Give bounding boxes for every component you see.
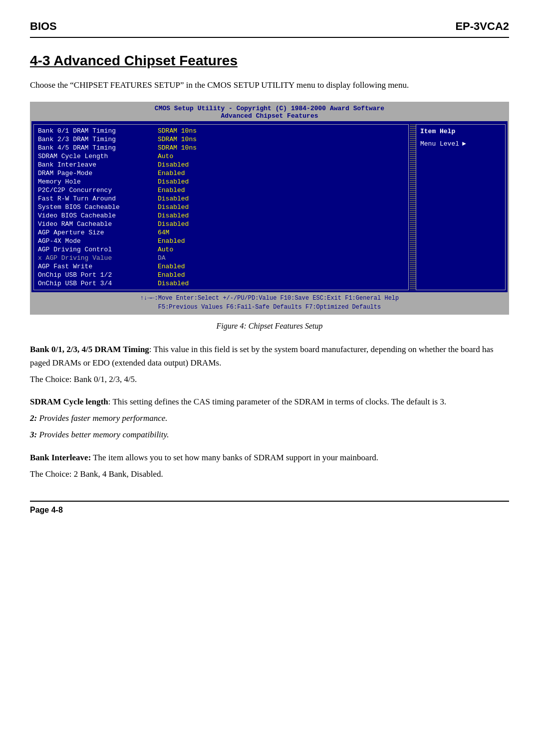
bios-row-value: SDRAM 10ns (158, 144, 197, 152)
bios-row: Bank 2/3 DRAM TimingSDRAM 10ns (38, 135, 404, 144)
bios-row-value: Auto (158, 246, 173, 253)
page-footer: Page 4-8 (30, 501, 509, 515)
header-bios-label: BIOS (30, 20, 57, 33)
bios-row: Video BIOS CacheableDisabled (38, 211, 404, 220)
body-section: Bank Interleave: The item allows you to … (30, 451, 509, 481)
bios-row-value: 64M (158, 229, 169, 236)
bios-row-value: Enabled (158, 237, 185, 245)
bios-row-label: Bank 4/5 DRAM Timing (38, 144, 158, 152)
bios-row-label: Bank 2/3 DRAM Timing (38, 136, 158, 143)
bios-menu-level-label: Menu Level (420, 140, 459, 148)
bios-scrollbar (410, 124, 416, 290)
bios-row: Bank 0/1 DRAM TimingSDRAM 10ns (38, 127, 404, 135)
body-paragraph: Bank Interleave: The item allows you to … (30, 451, 509, 464)
bios-footer: ↑↓→←:Move Enter:Select +/-/PU/PD:Value F… (31, 292, 508, 313)
bios-row: P2C/C2P ConcurrencyEnabled (38, 186, 404, 194)
bios-row: Video RAM CacheableDisabled (38, 220, 404, 228)
list-number: 2: (30, 413, 39, 423)
bios-row: OnChip USB Port 3/4Disabled (38, 279, 404, 288)
bios-menu-level-arrow: ► (462, 140, 466, 148)
body-list-item: 3: Provides better memory compatibility. (30, 428, 509, 441)
bios-row-label: AGP-4X Mode (38, 237, 158, 245)
bios-row: x AGP Driving ValueDA (38, 254, 404, 262)
body-section: SDRAM Cycle length: This setting defines… (30, 395, 509, 442)
bios-row-value: Disabled (158, 161, 189, 169)
body-extra: The Choice: 2 Bank, 4 Bank, Disabled. (30, 467, 509, 481)
page-header: BIOS EP-3VCA2 (30, 20, 509, 38)
bios-row-label: Video RAM Cacheable (38, 220, 158, 228)
bios-row: AGP Driving ControlAuto (38, 245, 404, 254)
bios-row-label: SDRAM Cycle Length (38, 153, 158, 160)
bios-row: SDRAM Cycle LengthAuto (38, 152, 404, 161)
bios-row: Memory HoleDisabled (38, 178, 404, 186)
bios-row-value: Disabled (158, 280, 189, 287)
bios-title-line1: CMOS Setup Utility - Copyright (C) 1984-… (155, 105, 384, 112)
page-number: Page 4-8 (30, 506, 63, 514)
header-model-label: EP-3VCA2 (455, 20, 509, 33)
bios-row-value: Enabled (158, 271, 185, 279)
bios-body: Bank 0/1 DRAM TimingSDRAM 10nsBank 2/3 D… (31, 121, 508, 292)
bios-row-value: Disabled (158, 220, 189, 228)
bios-row: AGP Fast WriteEnabled (38, 262, 404, 271)
bios-row-value: Disabled (158, 212, 189, 219)
bold-term: Bank 0/1, 2/3, 4/5 DRAM Timing (30, 345, 149, 354)
bios-help-title: Item Help (420, 128, 455, 135)
bios-row-label: AGP Driving Control (38, 246, 158, 253)
list-desc: Provides faster memory performance. (39, 413, 167, 423)
bios-row-label: Bank 0/1 DRAM Timing (38, 127, 158, 135)
section-title: 4-3 Advanced Chipset Features (30, 53, 509, 69)
bios-row-label: P2C/C2P Concurrency (38, 187, 158, 194)
bios-row-label: AGP Aperture Size (38, 229, 158, 236)
body-sections: Bank 0/1, 2/3, 4/5 DRAM Timing: This val… (30, 343, 509, 481)
bios-row-value: DA (158, 254, 166, 262)
bios-row-value: Disabled (158, 195, 189, 202)
bios-row: Bank 4/5 DRAM TimingSDRAM 10ns (38, 144, 404, 152)
body-list-item: 2: Provides faster memory performance. (30, 411, 509, 425)
bios-row: Fast R-W Turn AroundDisabled (38, 194, 404, 203)
intro-paragraph: Choose the “CHIPSET FEATURES SETUP” in t… (30, 79, 509, 92)
bios-row-label: AGP Fast Write (38, 263, 158, 270)
bios-row: DRAM Page-ModeEnabled (38, 169, 404, 178)
bios-row-label: Bank Interleave (38, 161, 158, 169)
bios-row: OnChip USB Port 1/2Enabled (38, 271, 404, 279)
bios-row: Bank InterleaveDisabled (38, 161, 404, 169)
bios-menu-level: Menu Level ► (420, 140, 466, 148)
list-desc: Provides better memory compatibility. (39, 430, 169, 439)
bios-row-value: Auto (158, 153, 173, 160)
bios-row-value: SDRAM 10ns (158, 136, 197, 143)
body-section: Bank 0/1, 2/3, 4/5 DRAM Timing: This val… (30, 343, 509, 386)
bios-row-value: Enabled (158, 187, 185, 194)
bold-term: SDRAM Cycle length (30, 397, 108, 406)
bios-row-value: Disabled (158, 178, 189, 186)
bios-main-panel: Bank 0/1 DRAM TimingSDRAM 10nsBank 2/3 D… (33, 124, 409, 290)
bios-row-label: OnChip USB Port 3/4 (38, 280, 158, 287)
bios-row-label: DRAM Page-Mode (38, 170, 158, 177)
bios-row-value: SDRAM 10ns (158, 127, 197, 135)
bios-row-label: Fast R-W Turn Around (38, 195, 158, 202)
bios-row-label: OnChip USB Port 1/2 (38, 271, 158, 279)
bios-row-label: Memory Hole (38, 178, 158, 186)
bios-row-value: Enabled (158, 170, 185, 177)
body-extra: The Choice: Bank 0/1, 2/3, 4/5. (30, 373, 509, 386)
bios-title-bar: CMOS Setup Utility - Copyright (C) 1984-… (31, 103, 508, 121)
bios-screen: CMOS Setup Utility - Copyright (C) 1984-… (30, 102, 509, 315)
bios-title-line2: Advanced Chipset Features (221, 112, 318, 120)
bold-term: Bank Interleave: (30, 453, 91, 462)
body-paragraph: Bank 0/1, 2/3, 4/5 DRAM Timing: This val… (30, 343, 509, 370)
figure-caption: Figure 4: Chipset Features Setup (30, 322, 509, 331)
bios-row-value: Enabled (158, 263, 185, 270)
bios-footer-line1: ↑↓→←:Move Enter:Select +/-/PU/PD:Value F… (140, 295, 399, 302)
bios-row: System BIOS CacheableDisabled (38, 203, 404, 211)
bios-row: AGP Aperture Size64M (38, 228, 404, 237)
bios-row-label: x AGP Driving Value (38, 254, 158, 262)
bios-footer-line2: F5:Previous Values F6:Fail-Safe Defaults… (158, 304, 381, 311)
body-paragraph: SDRAM Cycle length: This setting defines… (30, 395, 509, 408)
bios-row: AGP-4X ModeEnabled (38, 237, 404, 245)
bios-row-label: System BIOS Cacheable (38, 203, 158, 211)
list-number: 3: (30, 430, 39, 439)
bios-help-panel: Item Help Menu Level ► (416, 124, 506, 290)
bios-row-label: Video BIOS Cacheable (38, 212, 158, 219)
bios-row-value: Disabled (158, 203, 189, 211)
